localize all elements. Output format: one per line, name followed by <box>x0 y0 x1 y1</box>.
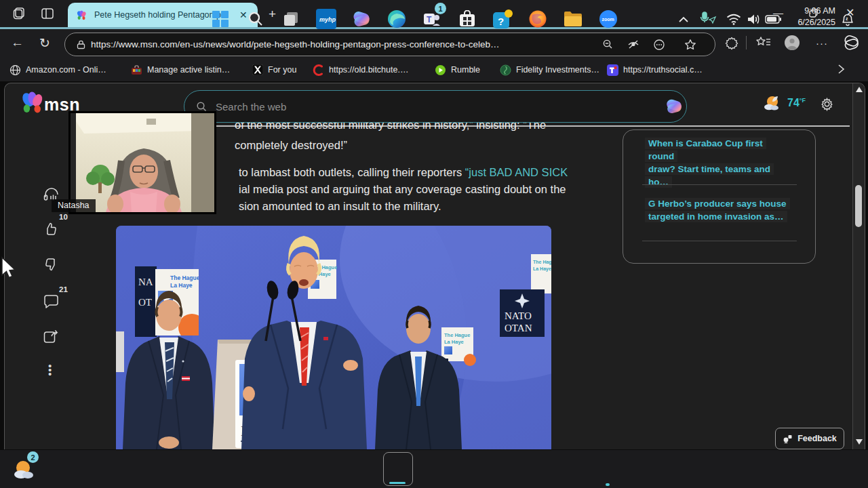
article-paragraph-2: to lambast both outlets, calling their r… <box>239 166 568 179</box>
bookmark-fidelity[interactable]: Fidelity Investments… <box>500 58 599 81</box>
tray-notification-bell-icon[interactable]: z <box>835 7 860 31</box>
svg-text:?: ? <box>498 16 504 27</box>
teams-badge: 1 <box>435 3 446 14</box>
workspaces-icon[interactable] <box>12 6 26 21</box>
profile-avatar[interactable] <box>784 35 800 51</box>
tray-chevron-up-icon[interactable] <box>671 7 696 31</box>
mouse-cursor <box>0 256 18 279</box>
article-photo: NA OT The Hague La Haye The Hague La Hay… <box>116 226 551 449</box>
address-bar[interactable]: https://www.msn.com/en-us/news/world/pet… <box>64 33 715 56</box>
bookmark-listings[interactable]: Manage active listin… <box>131 58 230 81</box>
copilot-toolbar-icon[interactable] <box>842 34 861 52</box>
svg-text:The Hague: The Hague <box>533 260 551 265</box>
globe-icon <box>9 64 21 76</box>
zoom-running-indicator <box>606 483 610 486</box>
firefox-app-button[interactable] <box>526 7 550 31</box>
get-help-app-button[interactable]: ? <box>490 7 515 31</box>
tray-clock[interactable]: 9:06 AM 6/26/2025 <box>797 5 835 28</box>
bookmark-bitchute[interactable]: https://old.bitchute.… <box>313 58 408 81</box>
taskbar-search-button[interactable] <box>243 7 268 31</box>
x-logo-icon <box>252 64 263 75</box>
teams-app-button[interactable]: T 1 <box>420 7 444 31</box>
svg-text:z: z <box>846 16 848 21</box>
tracking-prevention-eye-slash-icon[interactable] <box>627 39 639 50</box>
scrollbar-down-arrow[interactable] <box>855 439 863 445</box>
start-button[interactable] <box>208 7 233 31</box>
related-link-1[interactable]: When is Carabao Cup first round draw? St… <box>645 137 791 188</box>
weather-widget[interactable]: 74°F <box>763 94 806 112</box>
svg-text:La Haye: La Haye <box>533 266 551 272</box>
search-input[interactable] <box>214 100 624 113</box>
related-divider <box>642 241 797 241</box>
edge-active-indicator <box>389 482 406 484</box>
new-tab-button[interactable]: + <box>269 7 276 22</box>
share-icon[interactable] <box>43 329 60 344</box>
bookmarks-overflow-chevron[interactable] <box>836 64 846 75</box>
poster-ot-text: OT <box>138 297 152 308</box>
bookmark-amazon[interactable]: Amazon.com - Onli… <box>9 58 106 81</box>
msn-favicon <box>76 9 87 21</box>
settings-more-icon[interactable]: ··· <box>816 37 828 49</box>
svg-text:OTAN: OTAN <box>505 323 532 333</box>
comments-count: 21 <box>59 285 68 293</box>
msn-settings-gear-icon[interactable] <box>820 97 834 111</box>
tray-battery-icon[interactable] <box>761 7 785 31</box>
article-line: sion amounted to an insult to the milita… <box>239 200 441 213</box>
thumbs-up-icon[interactable] <box>43 221 59 237</box>
svg-text:La Haye: La Haye <box>444 339 464 345</box>
fidelity-icon <box>500 64 511 76</box>
scrollbar-up-arrow[interactable] <box>855 86 863 93</box>
permissions-ellipsis-icon[interactable] <box>653 39 665 51</box>
bookmark-x-foryou[interactable]: For you <box>252 58 296 81</box>
back-button[interactable]: ← <box>11 35 24 50</box>
bookmark-truthsocial[interactable]: https://truthsocial.c… <box>607 58 703 81</box>
copilot-app-button[interactable] <box>349 7 374 31</box>
msn-logo[interactable] <box>20 89 45 116</box>
copilot-search-icon[interactable] <box>665 97 684 116</box>
search-bar[interactable] <box>184 90 687 123</box>
lock-icon[interactable] <box>77 40 85 49</box>
more-options-icon[interactable]: ••• <box>48 364 52 376</box>
page-scrollbar[interactable] <box>852 83 865 449</box>
svg-text:T: T <box>427 15 432 24</box>
store-app-button[interactable] <box>455 7 479 31</box>
thumbs-down-icon[interactable] <box>43 256 59 272</box>
svg-text:NATO: NATO <box>505 310 532 321</box>
feedback-button[interactable]: Feedback <box>775 428 844 449</box>
tray-time: 9:06 AM <box>797 5 835 17</box>
article-link[interactable]: “just BAD AND SICK <box>465 166 568 178</box>
favorite-star-icon[interactable] <box>684 39 696 51</box>
favorites-bar-icon[interactable] <box>756 36 771 49</box>
tray-date: 6/26/2025 <box>797 17 835 28</box>
bookmark-rumble[interactable]: Rumble <box>435 58 480 81</box>
vertical-tabs-icon[interactable] <box>40 6 55 21</box>
rumble-play-icon <box>435 64 446 76</box>
myhp-app-button[interactable]: myhp <box>314 7 338 31</box>
file-explorer-app-button[interactable] <box>561 7 585 31</box>
zoom-app-button[interactable]: zoom <box>596 7 620 31</box>
widgets-button[interactable]: 2 <box>7 454 46 485</box>
bitchute-icon <box>313 64 324 76</box>
edge-app-button[interactable] <box>384 7 409 31</box>
taskbar <box>0 450 868 488</box>
weather-temp: 74 <box>787 97 800 108</box>
feedback-icon <box>783 434 793 443</box>
refresh-button[interactable]: ↻ <box>39 35 50 51</box>
poster-hague-text: The Hague <box>170 274 200 281</box>
related-link-2[interactable]: G Herbo’s producer says house targeted i… <box>645 197 791 223</box>
task-view-button[interactable] <box>279 7 303 31</box>
msn-page: msn 74°F of the most succ <box>4 83 865 449</box>
related-divider <box>642 184 797 185</box>
toolbar-divider <box>746 36 747 49</box>
webcam-name-label: Natasha <box>52 199 96 212</box>
search-icon <box>196 101 208 113</box>
edge-active-frame <box>383 452 413 486</box>
comments-icon[interactable] <box>43 293 60 310</box>
desktop: Pete Hegseth holding Pentagon p ✕ + — ✕ … <box>0 0 868 488</box>
extensions-icon[interactable] <box>724 36 739 51</box>
weather-sun-cloud-icon <box>763 94 782 112</box>
zoom-out-icon[interactable] <box>602 39 614 50</box>
briefcase-icon <box>131 65 142 75</box>
scrollbar-thumb[interactable] <box>855 185 862 227</box>
tray-mic-location-icon[interactable] <box>696 7 720 31</box>
